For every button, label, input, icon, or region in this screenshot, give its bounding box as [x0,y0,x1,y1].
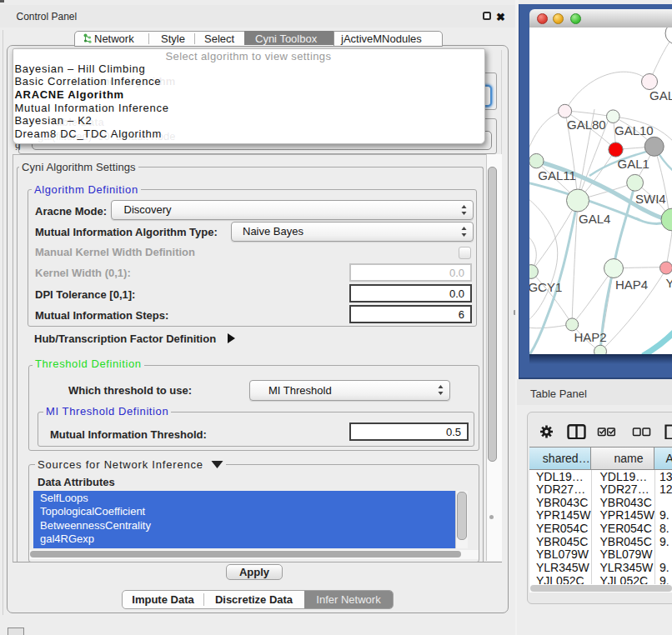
svg-text:GAL10: GAL10 [614,123,654,138]
svg-text:GAL7: GAL7 [649,88,672,102]
svg-text:GAL11: GAL11 [538,168,576,182]
svg-text:GCY1: GCY1 [529,280,562,294]
svg-text:GAL4: GAL4 [579,212,610,226]
svg-text:Y: Y [666,276,672,290]
svg-text:HAP4: HAP4 [615,278,648,292]
svg-text:GAL1: GAL1 [618,157,649,171]
svg-text:GAL80: GAL80 [567,118,606,132]
svg-text:SWI4: SWI4 [635,192,666,206]
svg-text:HAP2: HAP2 [574,330,606,344]
